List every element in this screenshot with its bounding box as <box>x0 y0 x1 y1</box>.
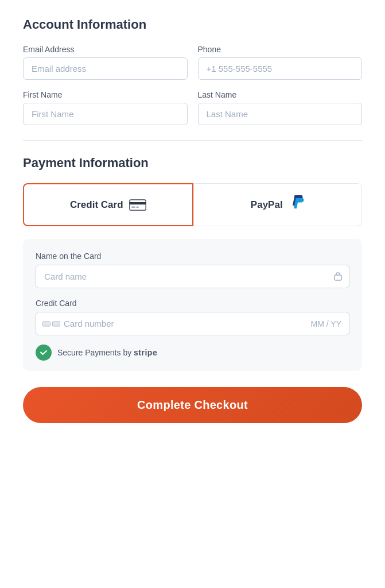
svg-rect-2 <box>131 206 135 208</box>
phone-input[interactable] <box>198 57 363 80</box>
card-number-input[interactable] <box>36 312 349 335</box>
expiry-placeholder: MM / YY <box>311 319 341 328</box>
complete-checkout-button[interactable]: Complete Checkout <box>23 387 362 423</box>
section-divider <box>23 140 362 141</box>
credit-card-icon <box>129 199 146 211</box>
stripe-brand: stripe <box>134 348 157 357</box>
last-name-input[interactable] <box>198 103 363 125</box>
svg-rect-0 <box>129 199 145 210</box>
last-name-label: Last Name <box>198 90 363 99</box>
payment-tabs: Credit Card PayPal <box>23 183 362 226</box>
phone-group: Phone <box>198 45 363 80</box>
phone-label: Phone <box>198 45 363 54</box>
chip-stripe-2 <box>52 321 60 326</box>
paypal-icon <box>289 193 305 216</box>
first-name-group: First Name <box>23 90 188 125</box>
email-input[interactable] <box>23 57 188 80</box>
account-section-title: Account Information <box>23 17 362 32</box>
last-name-group: Last Name <box>198 90 363 125</box>
email-phone-row: Email Address Phone <box>23 45 362 80</box>
lock-icon <box>333 270 343 283</box>
secure-text: Secure Payments by stripe <box>57 348 157 357</box>
email-label: Email Address <box>23 45 188 54</box>
credit-card-number-group: Credit Card MM / YY <box>36 299 349 335</box>
paypal-tab[interactable]: PayPal <box>193 183 363 226</box>
credit-card-number-label: Credit Card <box>36 299 349 308</box>
name-row: First Name Last Name <box>23 90 362 125</box>
shield-checkmark-icon <box>36 345 52 361</box>
first-name-input[interactable] <box>23 103 188 125</box>
email-group: Email Address <box>23 45 188 80</box>
svg-rect-3 <box>136 206 138 208</box>
card-name-input-wrap <box>36 265 349 288</box>
card-name-input[interactable] <box>36 265 349 288</box>
credit-card-tab[interactable]: Credit Card <box>23 183 193 226</box>
first-name-label: First Name <box>23 90 188 99</box>
card-chip-icon <box>42 321 60 326</box>
secure-badge: Secure Payments by stripe <box>36 345 349 361</box>
paypal-tab-label: PayPal <box>251 199 283 211</box>
name-on-card-label: Name on the Card <box>36 252 349 261</box>
svg-rect-4 <box>335 275 341 280</box>
chip-stripe-1 <box>42 321 50 326</box>
credit-card-tab-label: Credit Card <box>70 199 123 211</box>
card-form-container: Name on the Card Credit Card MM / YY <box>23 239 362 371</box>
card-number-input-wrap: MM / YY <box>36 312 349 335</box>
svg-rect-1 <box>129 202 145 204</box>
name-on-card-group: Name on the Card <box>36 252 349 288</box>
payment-section-title: Payment Information <box>23 156 362 171</box>
